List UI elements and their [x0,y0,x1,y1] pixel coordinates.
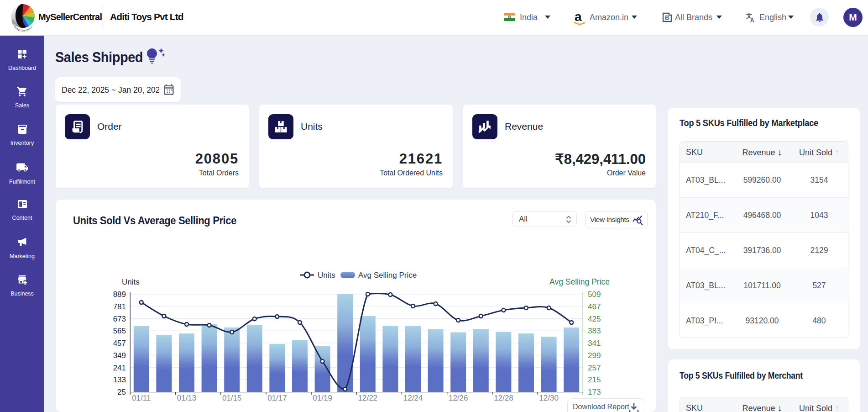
svg-text:01/17: 01/17 [267,394,287,402]
svg-text:12/30: 12/30 [539,394,559,402]
svg-text:781: 781 [113,302,126,311]
svg-text:12/28: 12/28 [494,394,513,402]
svg-text:673: 673 [113,315,126,323]
svg-text:341: 341 [588,339,601,348]
svg-text:01/19: 01/19 [313,394,332,402]
svg-text:173: 173 [588,388,601,396]
svg-text:A: A [750,17,754,23]
svg-text:Avg Selling Price: Avg Selling Price [358,271,417,280]
svg-text:425: 425 [588,315,601,323]
svg-text:565: 565 [113,327,126,335]
svg-text:Avg Selling Price: Avg Selling Price [549,277,610,286]
svg-text:299: 299 [588,351,601,360]
svg-text:215: 215 [588,375,601,384]
svg-text:Units: Units [318,271,335,280]
svg-text:257: 257 [588,364,601,372]
svg-text:241: 241 [113,364,126,372]
svg-text:467: 467 [588,302,601,311]
svg-text:383: 383 [588,327,601,335]
svg-text:889: 889 [113,290,126,299]
svg-text:25: 25 [117,388,126,396]
svg-text:133: 133 [113,375,126,384]
svg-text:B: B [665,14,669,21]
svg-text:01/13: 01/13 [177,394,197,402]
svg-text:12/24: 12/24 [403,394,423,402]
svg-text:01/11: 01/11 [132,394,151,402]
svg-text:12/22: 12/22 [358,394,378,402]
svg-text:Units: Units [122,278,140,286]
svg-text:12/26: 12/26 [449,394,468,402]
svg-text:457: 457 [113,339,126,348]
svg-text:349: 349 [113,351,126,360]
svg-text:509: 509 [588,290,601,299]
svg-text:01/15: 01/15 [222,394,242,402]
